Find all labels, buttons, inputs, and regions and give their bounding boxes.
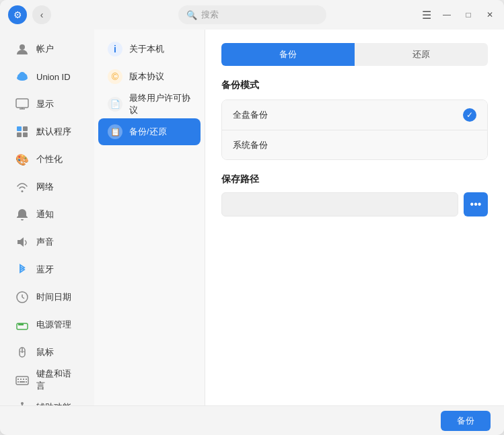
- maximize-button[interactable]: □: [462, 9, 474, 21]
- sidebar-item-datetime[interactable]: 时间日期: [4, 284, 90, 311]
- sidebar-item-keyboard[interactable]: 键盘和语言: [4, 366, 90, 393]
- backup-mode-group: 全盘备份 ✓ 系统备份: [221, 100, 488, 160]
- search-icon: 🔍: [186, 10, 197, 20]
- content-area: i 关于本机 © 版本协议 📄 最终用户许可协议 📋 备份/还原: [94, 30, 504, 405]
- cloud-icon: [15, 69, 30, 84]
- subnav-label-about: 关于本机: [129, 43, 164, 55]
- subnav-label-backup: 备份/还原: [129, 126, 167, 138]
- sidebar-label-bluetooth: 蓝牙: [36, 264, 54, 276]
- svg-point-32: [21, 402, 24, 405]
- radio-full-backup[interactable]: 全盘备份 ✓: [222, 100, 487, 130]
- sidebar-item-default-apps[interactable]: 默认程序: [4, 118, 90, 145]
- datetime-icon: [15, 290, 30, 305]
- search-bar[interactable]: 🔍 搜索: [178, 5, 326, 24]
- info-icon: i: [108, 42, 122, 56]
- svg-rect-7: [16, 99, 28, 108]
- sidebar-label-personalize: 个性化: [36, 153, 63, 165]
- backup-mode-title: 备份模式: [221, 79, 488, 91]
- backup-mode-section: 备份模式 全盘备份 ✓ 系统备份: [221, 79, 488, 160]
- svg-rect-10: [17, 126, 22, 131]
- subnav-label-license: 版本协议: [129, 71, 164, 83]
- network-icon: [15, 180, 30, 194]
- sidebar-item-sound[interactable]: 声音: [4, 229, 90, 255]
- personalize-icon: 🎨: [15, 152, 30, 167]
- document-icon: 📄: [108, 97, 122, 112]
- subnav-item-about[interactable]: i 关于本机: [98, 36, 201, 63]
- close-button[interactable]: ✕: [484, 9, 496, 21]
- svg-rect-25: [17, 379, 19, 380]
- sidebar-label-network: 网络: [36, 181, 54, 193]
- dots-icon: •••: [470, 198, 482, 210]
- accessibility-icon: [15, 400, 30, 405]
- svg-line-17: [22, 297, 24, 299]
- path-input-row: •••: [221, 192, 488, 216]
- sidebar-label-display: 显示: [36, 98, 54, 110]
- svg-rect-13: [23, 132, 28, 137]
- svg-point-2: [20, 44, 25, 50]
- sidebar-item-network[interactable]: 网络: [4, 173, 90, 200]
- app-icon: ⚙: [8, 5, 27, 24]
- sidebar-item-personalize[interactable]: 🎨 个性化: [4, 146, 90, 173]
- power-icon: [15, 317, 30, 332]
- svg-rect-27: [23, 379, 24, 380]
- radio-system-backup[interactable]: 系统备份: [222, 130, 487, 159]
- sidebar-label-mouse: 鼠标: [36, 346, 54, 358]
- sidebar-label-notification: 通知: [36, 208, 54, 221]
- titlebar-right: ☰ — □ ✕: [422, 9, 496, 22]
- copyright-icon: ©: [108, 69, 122, 84]
- bluetooth-icon: [15, 262, 30, 277]
- subnav-item-license[interactable]: © 版本协议: [98, 63, 201, 90]
- sidebar-label-default-apps: 默认程序: [36, 126, 71, 138]
- sidebar-label-keyboard: 键盘和语言: [36, 368, 79, 392]
- sidebar-item-accessibility[interactable]: 辅助功能: [4, 394, 90, 405]
- sidebar-item-account[interactable]: 帐户: [4, 36, 90, 63]
- back-button[interactable]: ‹: [32, 5, 51, 24]
- system-backup-label: 系统备份: [233, 139, 268, 151]
- svg-rect-31: [26, 381, 27, 383]
- subnav-label-eula: 最终用户许可协议: [129, 92, 191, 116]
- svg-text:⚙: ⚙: [13, 9, 22, 20]
- account-icon: [15, 42, 30, 56]
- svg-rect-29: [17, 381, 19, 383]
- sidebar-label-power: 电源管理: [36, 319, 71, 331]
- path-input[interactable]: [221, 192, 458, 216]
- browse-button[interactable]: •••: [464, 192, 488, 216]
- tab-restore[interactable]: 还原: [355, 43, 488, 66]
- save-path-section: 保存路径 •••: [221, 173, 488, 216]
- backup-icon: 📋: [108, 124, 122, 139]
- main-panel: 备份 还原 备份模式 全盘备份 ✓ 系统备份: [205, 30, 504, 405]
- minimize-button[interactable]: —: [441, 9, 453, 21]
- full-backup-label: 全盘备份: [233, 109, 268, 121]
- sound-icon: [15, 235, 30, 249]
- sidebar-label-sound: 声音: [36, 236, 54, 248]
- sidebar-item-notification[interactable]: 通知: [4, 201, 90, 228]
- search-placeholder: 搜索: [201, 9, 219, 21]
- svg-rect-28: [26, 379, 27, 380]
- svg-marker-14: [17, 237, 24, 247]
- sidebar-item-display[interactable]: 显示: [4, 91, 90, 118]
- sidebar-item-bluetooth[interactable]: 蓝牙: [4, 256, 90, 283]
- keyboard-icon: [15, 372, 30, 387]
- bottom-bar: 备份: [0, 405, 504, 435]
- svg-rect-30: [20, 381, 25, 383]
- main-layout: 帐户 Union ID 显示 默认程序 🎨: [0, 30, 504, 405]
- svg-rect-11: [23, 126, 28, 131]
- mouse-icon: [15, 345, 30, 360]
- tab-backup[interactable]: 备份: [221, 43, 355, 66]
- svg-rect-24: [16, 377, 28, 385]
- svg-rect-19: [18, 323, 21, 325]
- backup-execute-button[interactable]: 备份: [441, 411, 491, 431]
- sidebar: 帐户 Union ID 显示 默认程序 🎨: [0, 30, 94, 405]
- titlebar: ⚙ ‹ 🔍 搜索 ☰ — □ ✕: [0, 0, 504, 30]
- subnav-item-eula[interactable]: 📄 最终用户许可协议: [98, 91, 201, 118]
- sidebar-item-mouse[interactable]: 鼠标: [4, 339, 90, 366]
- notification-icon: [15, 207, 30, 222]
- subnav-item-backup[interactable]: 📋 备份/还原: [98, 118, 201, 145]
- titlebar-left: ⚙ ‹: [8, 5, 51, 24]
- menu-icon[interactable]: ☰: [422, 9, 431, 22]
- sidebar-item-power[interactable]: 电源管理: [4, 311, 90, 338]
- display-icon: [15, 97, 30, 112]
- sub-nav: i 关于本机 © 版本协议 📄 最终用户许可协议 📋 备份/还原: [94, 30, 205, 405]
- sidebar-item-unionid[interactable]: Union ID: [4, 63, 90, 90]
- svg-rect-26: [20, 379, 22, 380]
